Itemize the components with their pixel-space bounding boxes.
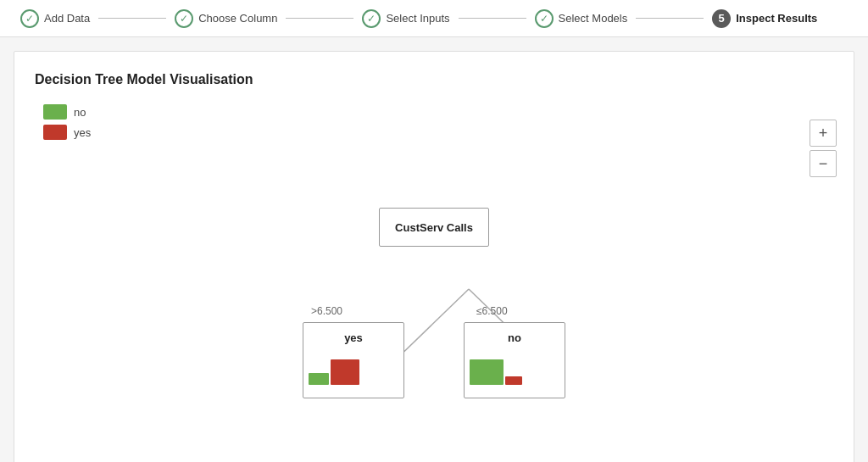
zoom-in-button[interactable]: + — [810, 120, 837, 147]
step-divider-2 — [286, 18, 353, 19]
step-divider-4 — [636, 18, 704, 19]
main-content: Decision Tree Model Visualisation no yes… — [14, 51, 854, 462]
left-leaf-bars — [303, 351, 403, 385]
step-select-models-icon: ✓ — [535, 9, 554, 28]
tree-root-node: CustServ Calls — [379, 208, 489, 247]
step-choose-column[interactable]: ✓ Choose Column — [175, 9, 277, 28]
step-divider-1 — [98, 18, 166, 19]
step-add-data-icon: ✓ — [20, 9, 39, 28]
right-leaf-bars — [465, 351, 565, 385]
left-leaf-bar-yes — [331, 359, 359, 385]
root-node-label: CustServ Calls — [395, 221, 473, 234]
legend-item-yes: yes — [43, 125, 833, 140]
step-choose-column-icon: ✓ — [175, 9, 193, 28]
legend: no yes — [43, 104, 833, 140]
step-select-inputs-label: Select Inputs — [386, 12, 449, 25]
legend-color-yes — [43, 125, 67, 140]
right-leaf-bar-no — [470, 359, 504, 385]
step-select-models[interactable]: ✓ Select Models — [535, 9, 628, 28]
step-inspect-results[interactable]: 5 Inspect Results — [712, 9, 817, 28]
tree-container: CustServ Calls >6.500 ≤6.500 yes no — [35, 165, 833, 454]
step-divider-3 — [459, 18, 526, 19]
page-title: Decision Tree Model Visualisation — [35, 72, 833, 87]
right-edge-label: ≤6.500 — [476, 305, 508, 317]
step-select-inputs-icon: ✓ — [362, 9, 381, 28]
step-inspect-results-label: Inspect Results — [736, 12, 817, 25]
step-select-inputs[interactable]: ✓ Select Inputs — [362, 9, 449, 28]
legend-color-no — [43, 104, 67, 120]
legend-item-no: no — [43, 104, 833, 120]
left-leaf-label: yes — [344, 331, 363, 344]
left-leaf-bar-no — [309, 373, 329, 385]
right-leaf-node: no — [464, 322, 565, 398]
stepper: ✓ Add Data ✓ Choose Column ✓ Select Inpu… — [0, 0, 868, 37]
legend-label-yes: yes — [74, 126, 91, 139]
left-edge-label: >6.500 — [311, 305, 342, 317]
legend-label-no: no — [74, 106, 86, 119]
right-leaf-label: no — [508, 331, 521, 344]
step-select-models-label: Select Models — [559, 12, 628, 25]
step-add-data-label: Add Data — [44, 12, 90, 25]
step-inspect-results-icon: 5 — [712, 9, 731, 28]
right-leaf-bar-yes — [505, 376, 522, 385]
step-choose-column-label: Choose Column — [198, 12, 277, 25]
left-leaf-node: yes — [303, 322, 404, 398]
step-add-data[interactable]: ✓ Add Data — [20, 9, 90, 28]
